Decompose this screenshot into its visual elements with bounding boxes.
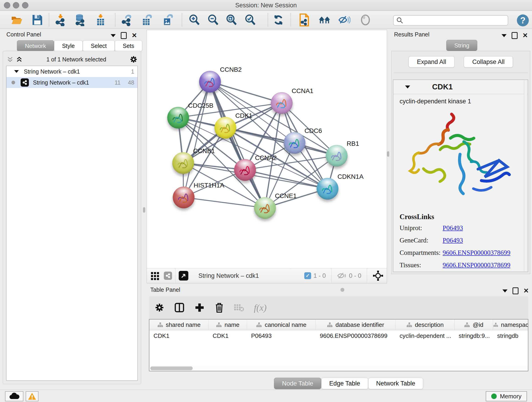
zoom-fit-icon [225, 14, 237, 26]
zoom-selected-button[interactable] [244, 14, 256, 26]
tab-edge-table[interactable]: Edge Table [321, 378, 368, 389]
network-edge-CCNA2-CDKN1A[interactable] [245, 170, 327, 189]
search-input[interactable] [403, 17, 503, 24]
export-image-button[interactable] [162, 14, 174, 26]
help-button[interactable]: ? [517, 14, 529, 26]
column-header-shared-name[interactable]: shared name [149, 319, 209, 330]
table-hscrollbar[interactable] [149, 366, 528, 371]
grid-mode-icon[interactable] [151, 271, 160, 280]
column-header-description[interactable]: description [395, 319, 455, 330]
cloud-status-button[interactable] [5, 391, 23, 401]
network-node-CDK1[interactable] [215, 117, 236, 139]
refresh-button[interactable] [272, 14, 285, 26]
collapse-all-button[interactable]: Collapse All [464, 56, 513, 68]
float-panel-icon[interactable] [512, 32, 518, 39]
scrollbar-thumb[interactable] [150, 366, 193, 370]
entry-collapse-icon[interactable] [405, 85, 410, 89]
table-cell[interactable]: CDK1 [149, 330, 209, 341]
vertical-splitter-handle[interactable] [143, 207, 145, 213]
column-header-name[interactable]: name [209, 319, 247, 330]
network-type-icon [21, 78, 29, 87]
table-cell[interactable]: 9606.ENSP00000378699 [316, 330, 395, 341]
tab-network[interactable]: Network [17, 40, 54, 51]
show-columns-icon[interactable] [174, 302, 185, 313]
tab-node-table[interactable]: Node Table [274, 378, 321, 389]
panel-menu-icon[interactable] [111, 34, 116, 37]
add-column-plus-icon[interactable] [194, 302, 205, 313]
network-node-CDKN1A[interactable] [317, 178, 338, 200]
import-table-button[interactable] [94, 14, 107, 26]
zoom-fit-button[interactable] [225, 14, 238, 26]
network-row[interactable]: String Network – cdk1 11 48 [6, 77, 138, 88]
export-table-button[interactable] [141, 14, 153, 26]
close-panel-icon[interactable]: ✕ [524, 288, 529, 294]
column-header--id[interactable]: @id [455, 319, 493, 330]
import-network-database-button[interactable] [74, 14, 86, 26]
column-header-namespace[interactable]: namespace [493, 319, 528, 330]
table-cell[interactable]: stringdb [493, 330, 528, 341]
tab-select[interactable]: Select [83, 40, 114, 51]
warning-status-button[interactable] [26, 391, 38, 401]
expand-all-button[interactable]: Expand All [409, 56, 455, 68]
crosslink-genecard-link[interactable]: P06493 [443, 236, 463, 244]
crosslink-uniprot-link[interactable]: P06493 [443, 224, 463, 232]
gear-icon[interactable] [129, 55, 138, 64]
import-network-file-button[interactable] [54, 14, 67, 26]
expand-all-icon[interactable] [15, 56, 23, 63]
network-node-CCNE1[interactable] [254, 197, 276, 219]
table-settings-gear-icon[interactable] [154, 303, 165, 313]
export-network-button[interactable] [121, 14, 133, 26]
string-import-button[interactable] [298, 14, 311, 26]
network-node-CCNB2[interactable] [199, 71, 221, 93]
fit-content-crosshair-icon[interactable] [373, 270, 384, 281]
zoom-in-button[interactable] [188, 14, 201, 26]
table-row[interactable]: CDK1CDK1P064939606.ENSP00000378699cyclin… [149, 330, 528, 341]
tab-string[interactable]: String [446, 40, 477, 51]
tab-style[interactable]: Style [54, 40, 83, 51]
network-node-RB1[interactable] [326, 145, 348, 167]
panel-menu-icon[interactable] [501, 34, 507, 37]
table-cell[interactable]: cyclin-dependent ... [395, 330, 455, 341]
string-home-button[interactable] [318, 14, 331, 26]
table-cell[interactable]: CDK1 [209, 330, 247, 341]
network-node-CDC6[interactable] [284, 132, 305, 154]
column-header-canonical-name[interactable]: canonical name [247, 319, 316, 330]
save-session-button[interactable] [31, 14, 44, 26]
panel-menu-icon[interactable] [502, 289, 507, 293]
network-node-CDC25B[interactable] [167, 107, 189, 128]
tab-sets[interactable]: Sets [115, 40, 142, 51]
delete-trash-icon[interactable] [215, 302, 224, 313]
network-canvas[interactable]: CCNB2CCNA1CDC25BCDK1CDC6RB1CCNB1CCNA2CDK… [147, 30, 387, 268]
collapse-all-icon[interactable] [6, 56, 14, 63]
close-panel-icon[interactable]: ✕ [523, 32, 528, 39]
selected-checkbox-icon[interactable]: ✓ [304, 272, 311, 279]
float-panel-icon[interactable] [121, 32, 127, 39]
hide-unhide-button[interactable] [338, 14, 351, 26]
network-mode-icon[interactable] [164, 272, 172, 280]
column-header-database-identifier[interactable]: database identifier [316, 319, 395, 330]
float-panel-icon[interactable] [513, 287, 519, 294]
vertical-splitter-handle[interactable] [387, 151, 389, 157]
network-node-CCNA1[interactable] [271, 92, 293, 114]
collapse-triangle-icon[interactable] [14, 70, 19, 73]
results-scrollbar[interactable] [524, 80, 527, 271]
show-graphics-details-button[interactable] [359, 14, 372, 26]
network-node-CCNA2[interactable] [234, 159, 256, 181]
zoom-out-button[interactable] [207, 14, 219, 26]
tab-network-table[interactable]: Network Table [368, 378, 423, 389]
birdseye-view-icon[interactable] [179, 271, 188, 281]
zoom-selected-icon [244, 14, 256, 26]
crosslink-compartments-link[interactable]: 9606.ENSP00000378699 [443, 249, 510, 256]
table-cell[interactable]: P06493 [247, 330, 316, 341]
crosslink-tissues-link[interactable]: 9606.ENSP00000378699 [443, 261, 510, 269]
network-edge-HIST1H1A-CCNE1[interactable] [184, 197, 265, 208]
open-session-button[interactable] [11, 14, 23, 26]
network-node-CCNB1[interactable] [172, 152, 194, 174]
network-edge-CCNB2-CCNA1[interactable] [210, 82, 282, 103]
network-collection-row[interactable]: String Network – cdk1 1 [6, 66, 138, 77]
close-panel-icon[interactable]: ✕ [132, 32, 137, 39]
network-node-HIST1H1A[interactable] [173, 186, 195, 208]
hierarchy-icon [216, 322, 222, 327]
memory-button[interactable]: Memory [486, 391, 527, 401]
table-cell[interactable]: stringdb:9... [455, 330, 493, 341]
